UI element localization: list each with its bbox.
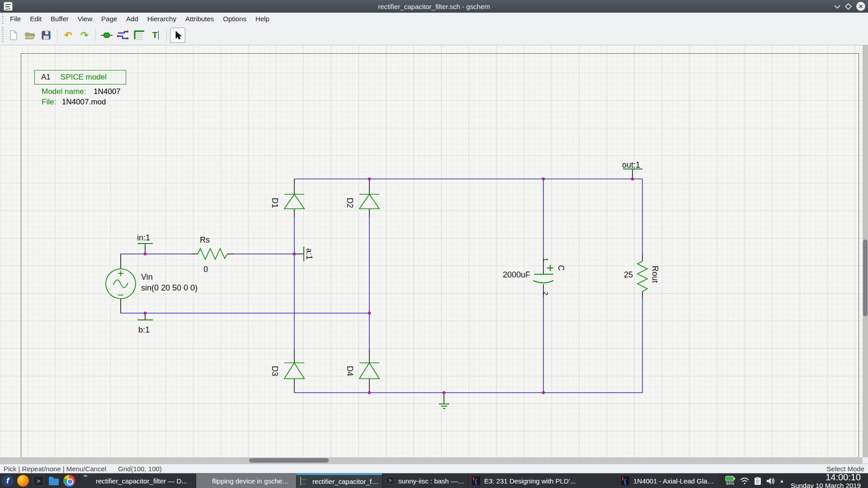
firefox-launcher-icon[interactable] [15,474,31,488]
chrome-launcher-icon[interactable] [61,474,77,488]
task-pdf-e3-label: E3: 231 Designing with PLD’... [484,477,576,485]
d4-diode-symbol[interactable] [359,363,379,379]
menu-buffer[interactable]: Buffer [46,13,73,25]
task-pdf-1n4001-label: 1N4001 - Axial-Lead Glass P... [633,477,715,485]
task-gschem-active[interactable]: rectifier_capacitor_filter.sch ... [296,474,382,488]
menu-help[interactable]: Help [251,13,274,25]
new-file-icon[interactable] [6,28,21,43]
minimize-icon[interactable] [834,5,840,9]
menu-file[interactable]: File [5,13,25,25]
task-dolphin-label: rectifier_capacitor_filter — D... [96,477,187,485]
task-pdf-e3[interactable]: ( E3: 231 Designing with PLD’... [468,474,617,488]
menu-view[interactable]: View [73,13,97,25]
taskbar: f > rectifier_capacitor_filter — D... fl… [0,474,868,488]
konsole-launcher-icon[interactable]: > [31,474,46,488]
grid-info: Grid(100, 100) [118,465,162,473]
cap-refdes[interactable]: C [557,263,565,272]
files-launcher-icon[interactable] [46,474,61,488]
spice-model-type: SPICE model [61,73,107,82]
menu-hierarchy[interactable]: Hierarchy [143,13,181,25]
vin-refdes[interactable]: Vin [141,273,153,281]
model-file-label: File: [42,98,56,106]
schematic-canvas[interactable]: A1 SPICE model Model name: 1N4007 File: … [0,45,863,457]
toolbar-grip[interactable] [2,27,4,42]
task-firefox-label: flipping device in gschem - ... [212,477,292,485]
d3-refdes[interactable]: D3 [271,364,279,378]
model-name-value: 1N4007 [94,87,121,96]
model-file-line[interactable]: File: 1N4007.mod [42,98,106,106]
task-pdf-1n4001[interactable]: ( 1N4001 - Axial-Lead Glass P... [617,474,719,488]
task-konsole-label: sunny-iisc : bash — Konsole [398,477,464,485]
volume-icon[interactable] [766,477,775,485]
port-bars[interactable] [137,169,642,320]
undo-icon[interactable]: ↶ [61,28,76,43]
vscroll-thumb[interactable] [863,239,868,316]
port-label-a[interactable]: a:1 [305,247,313,261]
select-arrow-icon [174,30,182,40]
rout-resistor-symbol[interactable] [637,261,647,291]
port-label-out[interactable]: out:1 [622,161,640,169]
menu-options[interactable]: Options [218,13,251,25]
fedora-menu-icon[interactable]: f [0,474,15,488]
rout-refdes[interactable]: Rout [651,265,659,283]
menu-attributes[interactable]: Attributes [181,13,218,25]
wifi-icon[interactable] [740,477,750,485]
statusbar: Pick | Repeat/none | Menu/Cancel Grid(10… [0,464,868,474]
task-firefox[interactable]: flipping device in gschem - ... [196,474,296,488]
d4-refdes[interactable]: D4 [346,364,354,378]
open-file-icon[interactable] [22,28,38,43]
clipboard-icon[interactable] [754,477,761,485]
redo-icon[interactable]: ↷ [77,28,92,43]
rs-resistor-symbol[interactable] [198,249,227,259]
vertical-scrollbar[interactable] [863,45,868,457]
menu-page[interactable]: Page [97,13,122,25]
select-tool-button[interactable] [170,28,185,43]
model-file-value: 1N4007.mod [62,98,106,106]
spice-model-box[interactable]: A1 SPICE model [34,70,126,84]
task-gschem-label: rectifier_capacitor_filter.sch ... [312,478,378,485]
net-wires[interactable] [121,179,642,393]
menu-add[interactable]: Add [122,13,143,25]
port-label-b[interactable]: b:1 [138,326,150,334]
task-konsole[interactable]: > sunny-iisc : bash — Konsole [382,474,468,488]
ground-symbol[interactable] [439,404,449,408]
tray-expander-icon[interactable]: ▲ [779,478,784,483]
hscroll-thumb[interactable] [249,458,329,463]
clock[interactable]: 14:00:10 Sunday 10 March 2019 [791,474,861,488]
add-text-icon[interactable]: T [148,28,163,43]
circuit-drawing [0,45,863,457]
d2-diode-symbol[interactable] [359,194,379,209]
port-label-in[interactable]: in:1 [137,234,150,242]
horizontal-scrollbar[interactable] [0,457,863,464]
d1-refdes[interactable]: D1 [271,196,279,210]
vin-source-symbol[interactable] [106,269,136,299]
d1-diode-symbol[interactable] [284,194,304,209]
rout-value[interactable]: 25 [622,271,635,279]
firefox-icon [200,476,209,485]
maximize-icon[interactable] [845,3,852,10]
add-net-icon[interactable] [115,28,131,43]
spice-model-ref: A1 [41,73,51,82]
folder-icon [84,476,93,485]
vin-value[interactable]: sin(0 20 50 0 0) [141,284,198,292]
save-icon[interactable] [38,28,54,43]
mode-indicator: Select Mode [827,465,864,473]
battery-percent: 94% [726,482,734,486]
clock-time: 14:00:10 [791,473,861,482]
close-icon[interactable]: × [856,2,865,11]
status-left: Pick | Repeat/none | Menu/Cancel [4,465,106,473]
add-component-icon[interactable] [99,28,114,43]
d3-diode-symbol[interactable] [284,363,304,379]
cap-value[interactable]: 2000uF [485,271,530,279]
menubar-grip[interactable] [2,14,4,24]
d2-refdes[interactable]: D2 [346,196,354,210]
add-bus-icon[interactable] [132,28,147,43]
toolbar: ↶ ↷ T [0,25,868,45]
rs-refdes[interactable]: Rs [200,236,210,244]
rs-value[interactable]: 0 [203,265,208,273]
model-name-line[interactable]: Model name: 1N4007 [42,88,121,95]
battery-icon[interactable]: 94% [725,476,735,486]
menu-edit[interactable]: Edit [25,13,46,25]
task-dolphin[interactable]: rectifier_capacitor_filter — D... [80,474,196,488]
menubar: File Edit Buffer View Page Add Hierarchy… [0,13,868,25]
